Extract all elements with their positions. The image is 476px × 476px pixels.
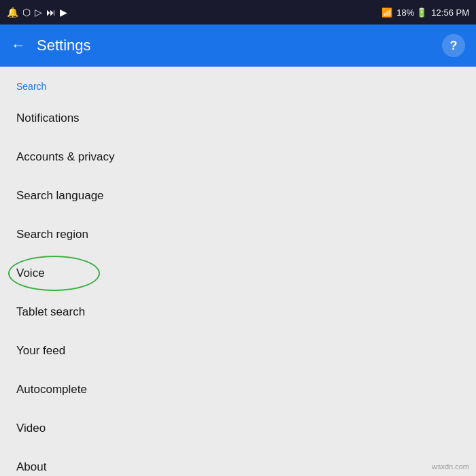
about-label: About <box>16 460 46 473</box>
voice-label: Voice <box>16 267 45 279</box>
settings-item-about[interactable]: About <box>0 448 476 476</box>
app-bar-title: Settings <box>37 37 91 54</box>
settings-item-search-language[interactable]: Search language <box>0 177 476 216</box>
your-feed-label: Your feed <box>16 344 65 357</box>
status-icons: 🔔 ⬡ ▷ ⏭ ▶ <box>7 7 67 18</box>
section-search-label: Search <box>16 81 46 92</box>
settings-item-voice[interactable]: Voice <box>0 254 476 293</box>
play-icon: ▷ <box>35 7 42 18</box>
track2-icon: ▶ <box>60 7 67 18</box>
status-bar: 🔔 ⬡ ▷ ⏭ ▶ 📶 18% 🔋 12:56 PM <box>0 0 476 24</box>
settings-item-search-region[interactable]: Search region <box>0 216 476 254</box>
status-right: 📶 18% 🔋 12:56 PM <box>381 7 469 18</box>
app-bar-left: ← Settings <box>11 37 91 54</box>
notifications-label: Notifications <box>16 112 80 124</box>
settings-item-accounts[interactable]: Accounts & privacy <box>0 138 476 177</box>
accounts-label: Accounts & privacy <box>16 150 115 163</box>
copy-icon: ⬡ <box>22 7 31 18</box>
section-search-header: Search <box>0 67 476 99</box>
video-label: Video <box>16 422 46 435</box>
time: 12:56 PM <box>431 7 469 18</box>
notification-icon: 🔔 <box>7 7 18 18</box>
settings-item-autocomplete[interactable]: Autocomplete <box>0 371 476 409</box>
battery-percent: 18% <box>396 7 414 18</box>
app-bar: ← Settings ? <box>0 24 476 67</box>
wifi-icon: 📶 <box>381 7 392 18</box>
autocomplete-label: Autocomplete <box>16 383 87 396</box>
battery-icon: 🔋 <box>416 7 427 18</box>
search-language-label: Search language <box>16 189 104 202</box>
help-button[interactable]: ? <box>442 34 465 57</box>
settings-item-video[interactable]: Video <box>0 409 476 448</box>
settings-item-notifications[interactable]: Notifications <box>0 99 476 138</box>
tablet-search-label: Tablet search <box>16 305 85 318</box>
search-region-label: Search region <box>16 228 88 241</box>
track-icon: ⏭ <box>46 7 56 18</box>
back-button[interactable]: ← <box>11 37 26 54</box>
settings-item-your-feed[interactable]: Your feed <box>0 332 476 371</box>
battery-info: 18% 🔋 <box>396 7 427 18</box>
settings-content: Search Notifications Accounts & privacy … <box>0 67 476 476</box>
settings-item-tablet-search[interactable]: Tablet search <box>0 293 476 332</box>
